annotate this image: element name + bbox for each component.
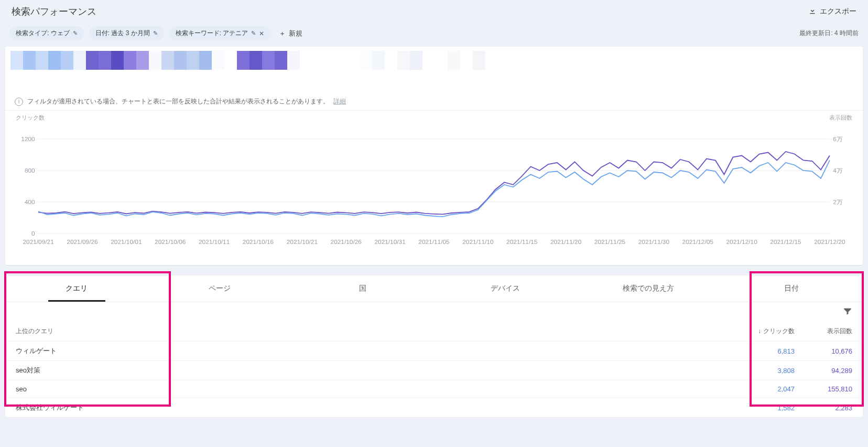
svg-text:800: 800 <box>25 167 35 174</box>
impressions-cell: 2,283 <box>795 404 852 412</box>
y-axis-right-label: 表示回数 <box>829 114 852 122</box>
tab-page[interactable]: ページ <box>148 275 291 302</box>
tab-search-appearance[interactable]: 検索での見え方 <box>577 275 720 302</box>
chip-label: 日付: 過去 3 か月間 <box>95 29 150 38</box>
export-button[interactable]: エクスポー <box>808 7 856 17</box>
clicks-line <box>38 161 830 217</box>
tab-device[interactable]: デバイス <box>434 275 577 302</box>
add-filter-button[interactable]: ＋ 新規 <box>279 29 302 38</box>
clicks-cell: 6,813 <box>737 347 795 355</box>
tab-row: クエリ ページ 国 デバイス 検索での見え方 日付 <box>5 275 863 302</box>
page-title: 検索パフォーマンス <box>12 5 96 18</box>
y-axis-left-label: クリック数 <box>16 114 45 122</box>
svg-text:4万: 4万 <box>833 167 842 174</box>
clicks-cell: 1,582 <box>737 404 795 412</box>
edit-icon: ✎ <box>251 30 256 37</box>
last-updated: 最終更新日: 4 時間前 <box>799 29 859 38</box>
svg-text:2021/10/21: 2021/10/21 <box>287 239 318 245</box>
svg-text:1200: 1200 <box>21 136 35 142</box>
filter-chip-search-type[interactable]: 検索タイプ: ウェブ ✎ <box>9 26 84 40</box>
svg-text:2021/09/26: 2021/09/26 <box>67 239 97 245</box>
table-row[interactable]: 株式会社ウィルゲート1,5822,283 <box>5 398 863 417</box>
table-row[interactable]: seo対策3,80894,289 <box>5 360 863 380</box>
svg-text:2021/12/10: 2021/12/10 <box>726 239 757 245</box>
col-header-query: 上位のクエリ <box>16 327 737 336</box>
download-icon <box>808 7 817 17</box>
svg-text:2021/10/31: 2021/10/31 <box>374 239 405 245</box>
col-header-impressions[interactable]: 表示回数 <box>795 327 852 336</box>
sort-desc-icon: ↓ <box>758 327 761 335</box>
tab-query[interactable]: クエリ <box>5 275 148 302</box>
clicks-cell: 3,808 <box>737 367 795 375</box>
filter-bar: 検索タイプ: ウェブ ✎ 日付: 過去 3 か月間 ✎ 検索キーワード: アテニ… <box>0 23 868 44</box>
svg-text:0: 0 <box>31 230 35 237</box>
svg-text:2021/09/21: 2021/09/21 <box>23 239 53 245</box>
impressions-cell: 155,810 <box>795 385 852 393</box>
tab-date[interactable]: 日付 <box>720 275 863 302</box>
svg-text:6万: 6万 <box>833 136 842 142</box>
svg-text:2万: 2万 <box>833 199 842 205</box>
performance-chart[interactable]: 1200 800 400 0 6万 4万 2万 2021/09/212021/0… <box>16 118 852 260</box>
edit-icon: ✎ <box>153 30 158 37</box>
plus-icon: ＋ <box>279 29 286 38</box>
filter-chip-date[interactable]: 日付: 過去 3 か月間 ✎ <box>89 26 164 40</box>
impressions-cell: 10,676 <box>795 347 852 355</box>
export-label: エクスポー <box>820 7 856 16</box>
impressions-cell: 94,289 <box>795 367 852 375</box>
info-more-link[interactable]: 詳細 <box>333 97 346 106</box>
svg-text:2021/11/30: 2021/11/30 <box>638 239 669 245</box>
chip-label: 検索タイプ: ウェブ <box>16 29 70 38</box>
svg-text:2021/11/10: 2021/11/10 <box>462 239 493 245</box>
impressions-line <box>38 152 830 214</box>
svg-text:2021/10/26: 2021/10/26 <box>331 239 362 245</box>
svg-text:2021/11/05: 2021/11/05 <box>418 239 449 245</box>
svg-text:2021/12/15: 2021/12/15 <box>770 239 801 245</box>
svg-text:2021/12/20: 2021/12/20 <box>814 239 845 245</box>
svg-text:2021/10/01: 2021/10/01 <box>111 239 142 245</box>
edit-icon: ✎ <box>73 30 78 37</box>
results-card: クエリ ページ 国 デバイス 検索での見え方 日付 上位のクエリ ↓クリック数 … <box>5 275 863 417</box>
svg-text:2021/10/06: 2021/10/06 <box>155 239 186 245</box>
close-icon[interactable]: ✕ <box>259 30 264 37</box>
query-cell: seo対策 <box>16 366 737 375</box>
clicks-cell: 2,047 <box>737 385 795 393</box>
svg-text:2021/11/15: 2021/11/15 <box>506 239 537 245</box>
svg-text:2021/12/05: 2021/12/05 <box>682 239 713 245</box>
table-row[interactable]: ウィルゲート6,81310,676 <box>5 341 863 360</box>
svg-text:2021/11/25: 2021/11/25 <box>594 239 625 245</box>
svg-text:400: 400 <box>25 199 35 205</box>
info-text: フィルタが適用されている場合、チャートと表に一部を反映した合計や結果が表示される… <box>27 97 329 106</box>
chip-label: 検索キーワード: アテニア <box>176 29 248 38</box>
col-header-clicks[interactable]: ↓クリック数 <box>737 327 795 336</box>
info-banner: i フィルタが適用されている場合、チャートと表に一部を反映した合計や結果が表示さ… <box>5 93 863 111</box>
tab-country[interactable]: 国 <box>291 275 434 302</box>
table-row[interactable]: seo2,047155,810 <box>5 380 863 398</box>
query-cell: seo <box>16 385 737 393</box>
query-cell: ウィルゲート <box>16 346 737 356</box>
chart-card: i フィルタが適用されている場合、チャートと表に一部を反映した合計や結果が表示さ… <box>5 47 863 265</box>
add-filter-label: 新規 <box>289 29 302 38</box>
filter-icon[interactable] <box>843 306 852 317</box>
svg-text:2021/10/11: 2021/10/11 <box>199 239 230 245</box>
svg-text:2021/11/20: 2021/11/20 <box>550 239 581 245</box>
info-icon: i <box>15 98 23 106</box>
svg-text:2021/10/16: 2021/10/16 <box>243 239 274 245</box>
table-header: 上位のクエリ ↓クリック数 表示回数 <box>5 322 863 341</box>
metric-cards-blurred <box>5 47 863 93</box>
filter-chip-query[interactable]: 検索キーワード: アテニア ✎ ✕ <box>169 26 271 40</box>
query-cell: 株式会社ウィルゲート <box>16 403 737 412</box>
